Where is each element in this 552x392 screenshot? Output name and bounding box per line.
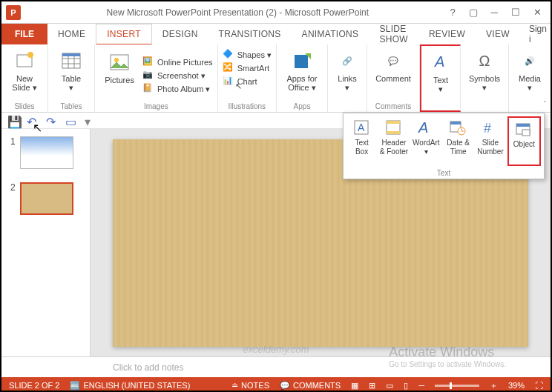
zoom-level[interactable]: 39% [508,381,525,390]
photo-album-button[interactable]: 📔Photo Album ▾ [142,83,213,95]
redo-icon[interactable]: ↷ [46,115,58,127]
online-pictures-icon: 🖼️ [142,56,154,68]
comment-icon: 💬 [381,49,405,73]
photo-album-icon: 📔 [142,83,154,95]
text-icon: A [429,50,453,74]
group-label-illustrations: Illustrations [229,102,266,110]
thumbnail-2-preview [20,182,73,215]
status-bar: SLIDE 2 OF 2 🔤ENGLISH (UNITED STATES) ≐N… [1,377,551,392]
save-icon[interactable]: 💾 [7,115,19,127]
svg-point-9 [114,58,119,62]
group-label-images: Images [144,102,168,110]
thumbnail-1-preview [20,136,73,169]
slide-sorter-icon[interactable]: ⊞ [369,381,375,391]
media-button[interactable]: 🔊 Media ▾ [513,46,546,99]
object-button[interactable]: Object [507,116,541,166]
comment-button[interactable]: 💬 Comment [372,46,415,99]
shapes-button[interactable]: 🔷Shapes ▾ [223,49,272,61]
group-label-comments: Comments [375,102,411,110]
group-tables: Table ▾ Tables [48,44,95,112]
minimize-icon[interactable]: ─ [491,7,498,18]
smartart-button[interactable]: 🔀SmartArt [223,62,272,74]
title-bar: P New Microsoft PowerPoint Presentation … [1,1,551,24]
tab-file[interactable]: FILE [1,24,47,44]
language-indicator[interactable]: 🔤ENGLISH (UNITED STATES) [70,381,190,391]
pictures-button[interactable]: Pictures [99,47,139,101]
group-label-tables: Tables [61,102,82,110]
wordart-icon: A [417,119,435,137]
text-box-button[interactable]: AText Box [346,116,377,166]
screenshot-icon: 📷 [142,70,154,82]
svg-rect-17 [387,131,400,134]
shapes-icon: 🔷 [223,49,234,61]
apps-button[interactable]: Apps for Office ▾ [281,46,323,99]
svg-rect-10 [295,55,308,68]
tab-review[interactable]: REVIEW [418,24,476,44]
pictures-icon [108,50,131,74]
help-icon[interactable]: ? [450,7,456,18]
slideshow-view-icon[interactable]: ▯ [404,381,408,391]
tab-transitions[interactable]: TRANSITIONS [208,24,292,44]
ribbon: New Slide ▾ Slides Table ▾ Tables Pictur… [1,44,551,113]
smartart-icon: 🔀 [223,62,234,74]
notes-placeholder: Click to add notes [113,362,183,373]
zoom-in-icon[interactable]: ＋ [490,380,498,391]
group-label-slides: Slides [14,102,34,110]
screenshot-button[interactable]: 📷Screenshot ▾ [142,70,213,82]
links-button[interactable]: 🔗 Links ▾ [332,46,362,99]
table-icon [59,49,83,73]
restore-icon[interactable]: ☐ [511,7,520,18]
svg-rect-27 [522,130,530,136]
thumbnail-2[interactable]: 2 [10,182,81,215]
collapse-ribbon-icon[interactable]: ˆ [544,101,546,109]
close-icon[interactable]: ✕ [533,7,542,18]
symbols-icon: Ω [473,49,496,73]
svg-rect-20 [450,122,461,124]
group-label-apps: Apps [294,102,311,110]
tab-design[interactable]: DESIGN [152,24,208,44]
group-comments: 💬 Comment Comments [367,44,420,112]
site-watermark: exceldemy.com [243,344,309,355]
start-from-beginning-icon[interactable]: ▭ [65,115,77,127]
table-button[interactable]: Table ▾ [53,46,90,99]
ribbon-display-icon[interactable]: ▢ [469,7,478,18]
tab-insert[interactable]: INSERT [96,24,152,45]
apps-icon [290,49,314,73]
sign-in-link[interactable]: Sign i [520,24,552,44]
thumbnail-1[interactable]: 1 [10,136,81,169]
wordart-button[interactable]: AWordArt ▾ [411,116,441,166]
svg-point-1 [27,52,33,58]
new-slide-icon [13,49,36,73]
comments-toggle[interactable]: 💬COMMENTS [280,381,341,391]
symbols-button[interactable]: Ω Symbols ▾ [465,46,504,99]
qat-customize-icon[interactable]: ▾ [85,115,96,127]
notes-icon: ≐ [231,381,238,391]
text-box-icon: A [353,119,371,137]
notes-toggle[interactable]: ≐NOTES [231,381,269,391]
slide-number-button[interactable]: #Slide Number [475,116,505,166]
tab-animations[interactable]: ANIMATIONS [292,24,369,44]
tab-view[interactable]: VIEW [476,24,520,44]
cursor-icon: ↖ [33,121,42,135]
header-footer-icon [385,119,403,137]
group-text: A Text ▾ [420,44,461,112]
spellcheck-icon: 🔤 [70,381,80,391]
slide-indicator[interactable]: SLIDE 2 OF 2 [9,381,59,390]
tab-slideshow[interactable]: SLIDE SHOW [369,24,418,44]
new-slide-button[interactable]: New Slide ▾ [6,46,43,99]
zoom-out-icon[interactable]: ─ [418,381,424,390]
zoom-slider[interactable] [435,385,479,387]
tab-home[interactable]: HOME [47,24,96,44]
group-apps: Apps for Office ▾ Apps [277,44,328,112]
header-footer-button[interactable]: Header & Footer [378,116,409,166]
reading-view-icon[interactable]: ▭ [386,381,393,391]
text-dropdown-button[interactable]: A Text ▾ [426,47,456,101]
date-time-button[interactable]: Date & Time [443,116,473,166]
media-icon: 🔊 [518,49,542,73]
text-dropdown-panel: AText Box Header & Footer AWordArt ▾ Dat… [343,113,545,179]
chart-button[interactable]: 📊Chart↖ [223,76,272,87]
group-illustrations: 🔷Shapes ▾ 🔀SmartArt 📊Chart↖ Illustration… [218,44,277,112]
online-pictures-button[interactable]: 🖼️Online Pictures [142,56,213,68]
normal-view-icon[interactable]: ▦ [351,381,358,391]
fit-to-window-icon[interactable]: ⛶ [535,381,543,390]
